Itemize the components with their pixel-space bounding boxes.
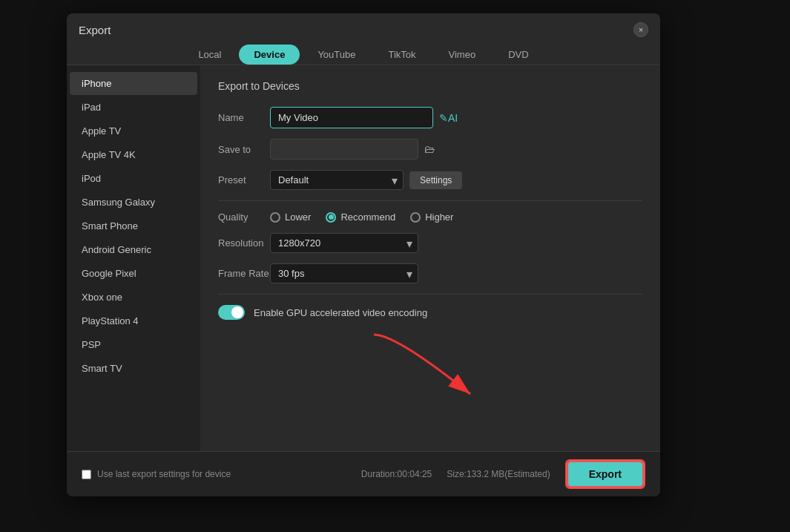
gpu-row: Enable GPU accelerated video encoding [218, 305, 642, 320]
last-settings-checkbox[interactable] [82, 470, 91, 479]
tab-device[interactable]: Device [239, 45, 300, 65]
export-panel: Export to Devices Name ✎AI Save to 🗁 P [200, 65, 660, 451]
device-ipad[interactable]: iPad [70, 96, 197, 119]
size-value: 133.2 MB(Estimated) [467, 469, 550, 479]
device-iphone[interactable]: iPhone [70, 72, 197, 95]
framerate-select[interactable]: 30 fps [270, 263, 418, 283]
last-settings-checkbox-row: Use last export settings for device [82, 469, 231, 479]
size-label: Size: [447, 469, 467, 479]
saveto-control: 🗁 [270, 139, 642, 160]
tab-youtube[interactable]: YouTube [303, 45, 370, 65]
resolution-control: 1280x720 [270, 233, 642, 253]
device-list: iPhone iPad Apple TV Apple TV 4K iPod Sa… [67, 65, 200, 451]
dialog-footer: Use last export settings for device Dura… [67, 451, 660, 496]
preset-select[interactable]: Default [270, 170, 404, 190]
preset-select-wrapper: Default [270, 170, 404, 190]
radio-recommend [326, 212, 336, 223]
tab-tiktok[interactable]: TikTok [373, 45, 430, 65]
name-control: ✎AI [270, 107, 642, 128]
framerate-control: 30 fps [270, 263, 642, 283]
framerate-label: Frame Rate [218, 268, 270, 279]
close-button[interactable]: × [633, 22, 648, 37]
device-pixel[interactable]: Google Pixel [70, 262, 197, 285]
resolution-row: Resolution 1280x720 [218, 233, 642, 253]
quality-row: Quality Lower Recommend Higher [218, 211, 642, 223]
divider-1 [218, 200, 642, 201]
save-path-display [270, 139, 418, 160]
resolution-select-wrapper: 1280x720 [270, 233, 418, 253]
radio-higher [410, 212, 421, 223]
resolution-select[interactable]: 1280x720 [270, 233, 418, 253]
quality-options: Lower Recommend Higher [270, 211, 642, 223]
device-xbox[interactable]: Xbox one [70, 286, 197, 309]
export-button-wrapper: Export [565, 459, 645, 489]
export-button[interactable]: Export [568, 462, 642, 486]
last-settings-label: Use last export settings for device [97, 469, 231, 479]
preset-label: Preset [218, 174, 270, 185]
tab-vimeo[interactable]: Vimeo [434, 45, 491, 65]
folder-icon[interactable]: 🗁 [424, 143, 435, 155]
gpu-label: Enable GPU accelerated video encoding [254, 307, 427, 318]
arrow-annotation [352, 327, 515, 409]
name-input[interactable] [270, 107, 433, 128]
dialog-header: Export × [67, 13, 660, 37]
panel-title: Export to Devices [218, 80, 642, 92]
saveto-label: Save to [218, 144, 270, 155]
divider-2 [218, 294, 642, 295]
dialog-title: Export [79, 24, 111, 36]
duration-value: 00:04:25 [398, 469, 432, 479]
preset-control: Default Settings [270, 170, 642, 190]
name-row: Name ✎AI [218, 107, 642, 128]
resolution-label: Resolution [218, 237, 270, 249]
export-dialog: Export × Local Device YouTube TikTok Vim… [67, 13, 660, 496]
duration-label: Duration: [361, 469, 398, 479]
device-android[interactable]: Android Generic [70, 238, 197, 261]
device-samsung[interactable]: Samsung Galaxy [70, 191, 197, 214]
device-ipod[interactable]: iPod [70, 167, 197, 190]
device-appletv[interactable]: Apple TV [70, 119, 197, 142]
name-label: Name [218, 112, 270, 123]
tab-dvd[interactable]: DVD [493, 45, 543, 65]
duration-info: Duration:00:04:25 [361, 469, 432, 479]
quality-recommend[interactable]: Recommend [326, 211, 395, 223]
quality-lower[interactable]: Lower [270, 211, 311, 223]
device-smartphone[interactable]: Smart Phone [70, 214, 197, 237]
saveto-row: Save to 🗁 [218, 139, 642, 160]
ai-icon[interactable]: ✎AI [439, 112, 458, 124]
tab-local[interactable]: Local [183, 45, 236, 65]
settings-button[interactable]: Settings [409, 171, 462, 189]
footer-info: Duration:00:04:25 Size:133.2 MB(Estimate… [361, 459, 645, 489]
device-smarttv[interactable]: Smart TV [70, 357, 197, 380]
size-info: Size:133.2 MB(Estimated) [447, 469, 550, 479]
radio-lower [270, 212, 280, 223]
tab-bar: Local Device YouTube TikTok Vimeo DVD [67, 37, 660, 65]
framerate-select-wrapper: 30 fps [270, 263, 418, 283]
quality-higher[interactable]: Higher [410, 211, 453, 223]
device-appletv4k[interactable]: Apple TV 4K [70, 143, 197, 166]
preset-row: Preset Default Settings [218, 170, 642, 190]
device-psp[interactable]: PSP [70, 333, 197, 356]
gpu-toggle[interactable] [218, 305, 245, 320]
dialog-body: iPhone iPad Apple TV Apple TV 4K iPod Sa… [67, 65, 660, 451]
quality-label: Quality [218, 211, 270, 223]
arrow-container [218, 327, 642, 387]
framerate-row: Frame Rate 30 fps [218, 263, 642, 283]
device-ps4[interactable]: PlayStation 4 [70, 309, 197, 332]
